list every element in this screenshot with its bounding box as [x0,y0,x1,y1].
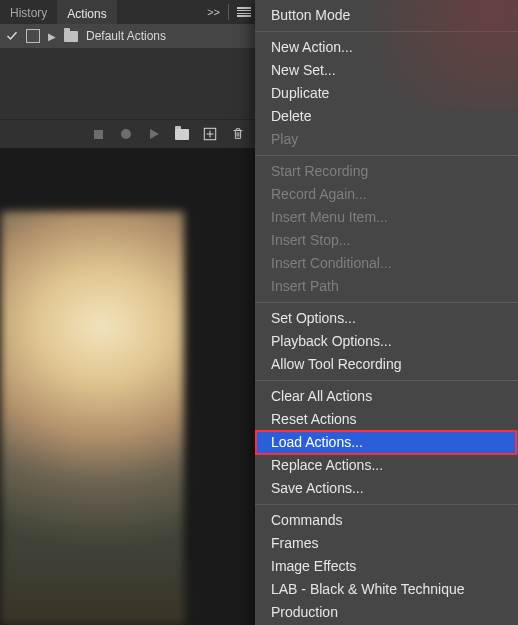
tab-bar-divider [228,4,229,20]
menu-item-clear-all-actions[interactable]: Clear All Actions [255,385,518,408]
menu-section: Clear All ActionsReset ActionsLoad Actio… [255,381,518,505]
menu-item-frames[interactable]: Frames [255,532,518,555]
menu-item-insert-conditional: Insert Conditional... [255,252,518,275]
menu-section: CommandsFramesImage EffectsLAB - Black &… [255,505,518,625]
menu-icon [237,7,251,17]
dialog-toggle-icon[interactable] [26,29,40,43]
menu-section: Set Options...Playback Options...Allow T… [255,303,518,381]
menu-section: Button Mode [255,0,518,32]
menu-item-save-actions[interactable]: Save Actions... [255,477,518,500]
menu-item-insert-path: Insert Path [255,275,518,298]
menu-item-duplicate[interactable]: Duplicate [255,82,518,105]
panel-footer [0,119,255,148]
actions-flyout-menu: Button ModeNew Action...New Set...Duplic… [255,0,518,625]
menu-item-production[interactable]: Production [255,601,518,624]
stop-icon[interactable] [91,127,105,141]
menu-item-start-recording: Start Recording [255,160,518,183]
menu-item-commands[interactable]: Commands [255,509,518,532]
menu-item-reset-actions[interactable]: Reset Actions [255,408,518,431]
new-set-icon[interactable] [175,127,189,141]
panel-tab-bar: History Actions >> [0,0,255,24]
collapse-panel-icon[interactable]: >> [203,6,224,18]
checkmark-icon [6,30,18,42]
action-set-row[interactable]: ▶ Default Actions [0,24,255,48]
menu-item-lab-black-white-technique[interactable]: LAB - Black & White Technique [255,578,518,601]
folder-icon [64,31,78,42]
menu-item-new-set[interactable]: New Set... [255,59,518,82]
disclosure-triangle-icon[interactable]: ▶ [48,31,56,42]
menu-item-record-again: Record Again... [255,183,518,206]
action-set-label: Default Actions [86,29,166,43]
menu-item-load-actions[interactable]: Load Actions... [255,431,518,454]
record-icon[interactable] [119,127,133,141]
menu-section: Start RecordingRecord Again...Insert Men… [255,156,518,303]
menu-item-button-mode[interactable]: Button Mode [255,4,518,27]
menu-item-replace-actions[interactable]: Replace Actions... [255,454,518,477]
play-icon[interactable] [147,127,161,141]
menu-item-playback-options[interactable]: Playback Options... [255,330,518,353]
panel-body [0,48,255,119]
menu-item-insert-menu-item: Insert Menu Item... [255,206,518,229]
menu-item-image-effects[interactable]: Image Effects [255,555,518,578]
menu-item-new-action[interactable]: New Action... [255,36,518,59]
document-canvas[interactable] [0,210,185,625]
menu-item-allow-tool-recording[interactable]: Allow Tool Recording [255,353,518,376]
menu-item-set-options[interactable]: Set Options... [255,307,518,330]
menu-item-insert-stop: Insert Stop... [255,229,518,252]
menu-section: New Action...New Set...DuplicateDeletePl… [255,32,518,156]
actions-panel: History Actions >> ▶ Default Actions [0,0,256,148]
menu-item-play: Play [255,128,518,151]
panel-menu-button[interactable] [233,1,255,23]
menu-item-delete[interactable]: Delete [255,105,518,128]
trash-icon[interactable] [231,127,245,141]
tab-history[interactable]: History [0,0,57,24]
tab-actions[interactable]: Actions [57,0,116,24]
new-action-icon[interactable] [203,127,217,141]
